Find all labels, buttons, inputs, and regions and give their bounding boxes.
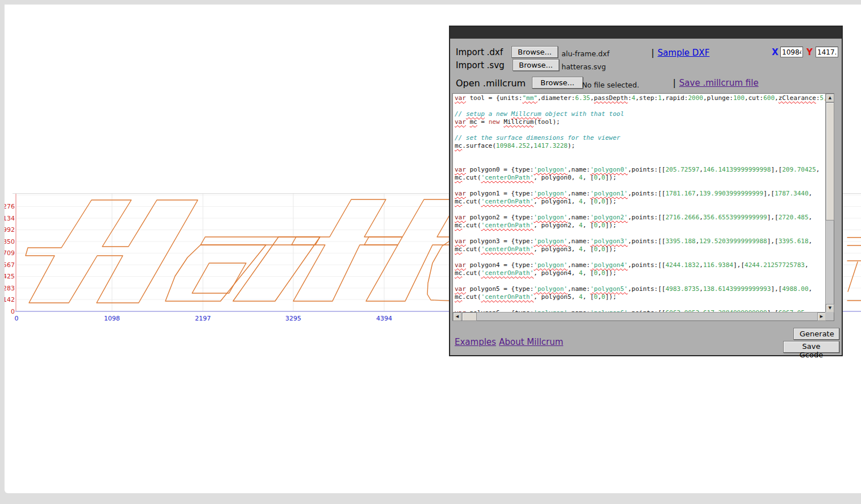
x-dimension-input[interactable] <box>780 47 803 57</box>
import-svg-filename: hatteras.svg <box>561 63 606 71</box>
letter-t1-outline <box>292 199 402 301</box>
code-line <box>455 301 825 309</box>
horizontal-scrollbar[interactable]: ◀ ▶ <box>453 312 826 320</box>
vertical-scrollbar[interactable]: ▲ ▼ <box>825 94 834 313</box>
panel-titlebar[interactable] <box>450 27 842 39</box>
code-line: var polygon3 = {type:'polygon',name:'pol… <box>455 238 825 245</box>
code-line: mc.cut('centerOnPath', polygon0, 4, [0,0… <box>455 174 825 182</box>
save-millcrum-group: |Save .millcrum file <box>673 78 759 88</box>
code-line <box>455 206 825 214</box>
code-line: var mc = new Millcrum(tool); <box>455 118 825 126</box>
code-line <box>455 126 825 134</box>
y-tick-label: 1134 <box>5 215 15 222</box>
code-line: var polygon1 = {type:'polygon',name:'pol… <box>455 190 825 198</box>
x-tick-label: 1098 <box>104 315 120 322</box>
code-text[interactable]: var tool = {units:"mm",diameter:6.35,pas… <box>453 94 825 312</box>
scroll-down-icon[interactable]: ▼ <box>826 304 834 313</box>
save-gcode-button[interactable]: Save Gcode <box>783 341 839 353</box>
save-millcrum-link[interactable]: Save .millcrum file <box>679 78 759 88</box>
code-line <box>455 150 825 158</box>
open-millcrum-label: Open .millcrum <box>456 78 526 89</box>
code-line <box>455 182 825 190</box>
y-tick-label: 425 <box>5 273 15 280</box>
scrollbar-corner <box>825 312 834 320</box>
horizontal-scroll-thumb[interactable] <box>462 313 477 321</box>
x-tick-label: 0 <box>15 315 19 322</box>
import-dxf-filename: alu-frame.dxf <box>561 49 609 58</box>
y-dimension-input[interactable] <box>816 47 838 57</box>
code-line <box>455 230 825 238</box>
code-line: // set the surface dimensions for the vi… <box>455 134 825 142</box>
y-tick-label: 1276 <box>5 203 15 210</box>
examples-link[interactable]: Examples <box>455 337 496 347</box>
code-line: mc.cut('centerOnPath', polygon4, 4, [0,0… <box>455 269 825 277</box>
x-tick-label: 3295 <box>285 315 301 322</box>
import-dxf-browse-button[interactable]: Browse... <box>511 46 558 58</box>
code-line <box>455 158 825 166</box>
x-tick-label: 2197 <box>195 315 211 322</box>
import-svg-browse-button[interactable]: Browse... <box>513 59 559 71</box>
y-tick-label: 283 <box>5 285 15 292</box>
code-line: mc.cut('centerOnPath', polygon5, 4, [0,0… <box>455 293 825 301</box>
open-millcrum-status: No file selected. <box>582 81 639 89</box>
code-line: var tool = {units:"mm",diameter:6.35,pas… <box>455 94 825 102</box>
code-line <box>455 102 825 110</box>
generate-button[interactable]: Generate <box>793 328 839 340</box>
millcrum-code-editor: var tool = {units:"mm",diameter:6.35,pas… <box>452 93 834 321</box>
millcrum-panel: Import .dxf Browse... alu-frame.dxf |Sam… <box>449 26 843 356</box>
divider: | <box>651 48 654 58</box>
code-line: // setup a new Millcrum object with that… <box>455 110 825 118</box>
scroll-up-icon[interactable]: ▲ <box>826 94 834 102</box>
x-tick-label: 4394 <box>376 315 392 322</box>
code-line: var polygon0 = {type:'polygon',name:'pol… <box>455 166 825 174</box>
code-line: mc.cut('centerOnPath', polygon2, 4, [0,0… <box>455 222 825 230</box>
y-tick-label: 142 <box>5 296 15 303</box>
vertical-scroll-thumb[interactable] <box>826 102 834 220</box>
y-tick-label: 992 <box>5 226 15 234</box>
y-tick-label: 709 <box>5 249 15 257</box>
code-line: var polygon4 = {type:'polygon',name:'pol… <box>455 261 825 269</box>
x-dimension-label: X <box>772 47 779 57</box>
letter-a-counter <box>192 263 246 293</box>
import-svg-label: Import .svg <box>456 60 505 70</box>
code-line <box>455 253 825 261</box>
open-millcrum-browse-button[interactable]: Browse... <box>532 77 583 89</box>
code-line: mc.cut('centerOnPath', polygon1, 4, [0,0… <box>455 198 825 206</box>
sample-dxf-link[interactable]: Sample DXF <box>658 48 709 58</box>
code-line <box>455 277 825 285</box>
scroll-left-icon[interactable]: ◀ <box>453 313 461 321</box>
letter-a-arm <box>201 237 320 245</box>
code-line: var polygon2 = {type:'polygon',name:'pol… <box>455 214 825 222</box>
y-tick-label: 567 <box>5 261 15 269</box>
sample-dxf-group: |Sample DXF <box>651 48 710 58</box>
about-millcrum-link[interactable]: About Millcrum <box>499 337 563 347</box>
y-tick-label: 850 <box>5 238 15 245</box>
scroll-right-icon[interactable]: ▶ <box>817 313 826 321</box>
code-line: mc.cut('centerOnPath', polygon3, 4, [0,0… <box>455 245 825 253</box>
footer-links: Examples About Millcrum <box>455 336 563 347</box>
code-line: mc.surface(10984.252,1417.3228); <box>455 142 825 150</box>
code-line: var polygon5 = {type:'polygon',name:'pol… <box>455 285 825 293</box>
y-dimension-label: Y <box>806 47 813 57</box>
divider: | <box>673 78 676 88</box>
import-dxf-label: Import .dxf <box>456 47 503 57</box>
